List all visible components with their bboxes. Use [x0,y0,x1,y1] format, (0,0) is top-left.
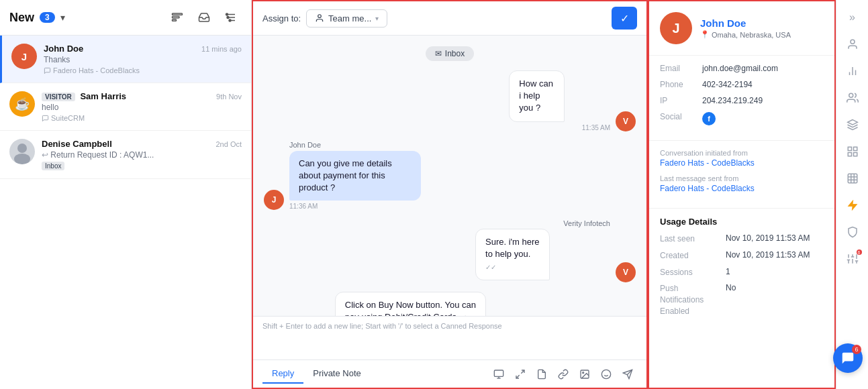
ip-value: 204.234.219.249 [702,96,763,105]
filter-settings-button[interactable] [220,7,242,28]
location-pin-icon: 📍 [700,30,710,39]
svg-point-19 [601,370,610,378]
contact-details: Email john.doe@gmail.com Phone 402-342-2… [649,56,834,141]
last-seen-row: Last seen Nov 10, 2019 11:53 AM [660,233,824,245]
inbox-label: ✉ Inbox [264,46,636,61]
new-chevron-button[interactable]: ▾ [60,12,65,23]
contact-header: J John Doe 📍 Omaha, Nebraska, USA [649,1,834,56]
conv-preview: hello [42,103,242,112]
conv-name: Denise Campbell [42,139,112,149]
confirm-button[interactable]: ✓ [612,7,637,30]
svg-rect-31 [853,153,857,156]
avatar [9,139,35,164]
inbox-badge: Inbox [42,162,64,170]
last-seen-label: Last seen [660,233,720,245]
svg-point-9 [17,144,27,153]
grid-rail-button[interactable] [840,166,865,190]
visitor-badge: VISITOR [42,93,75,101]
contact-location: 📍 Omaha, Nebraska, USA [700,30,791,39]
svg-marker-38 [848,201,857,211]
message-text: Can you give me details about payment fo… [299,158,392,192]
inbox-icon-button[interactable] [193,7,215,28]
message-sender: John Doe [289,141,529,149]
emoji-icon-button[interactable] [597,365,616,384]
message-row: Verity Infotech Sure. i'm here to help y… [264,219,636,282]
conversation-sidebar: New 3 ▾ J John Doe 11 mins ago Thanks [0,0,252,389]
avatar: J [11,44,37,69]
message-row: J John Doe Can you give me details about… [264,141,636,211]
last-msg-link[interactable]: Fadero Hats - CodeBlacks [660,184,824,193]
inbox-icon: ✉ [435,49,442,58]
inbox-bubble: ✉ Inbox [426,46,474,61]
sliders-icon [225,11,237,23]
link-icon-button[interactable] [554,365,573,384]
conversation-item[interactable]: Denise Campbell 2nd Oct ↩ Return Request… [0,131,251,179]
contact-panel: J John Doe 📍 Omaha, Nebraska, USA Email … [648,0,836,389]
conv-initiated-link[interactable]: Fadero Hats - CodeBlacks [660,158,824,168]
shield-rail-button[interactable] [840,220,865,244]
conv-preview: Thanks [44,55,242,64]
private-note-tab[interactable]: Private Note [303,364,371,384]
group-icon [847,92,859,104]
last-seen-value: Nov 10, 2019 11:53 AM [726,233,810,245]
message-bubble: Sure. i'm here to help you. ✓✓ [475,229,550,280]
msg-meta: Click on Buy Now button. You can pay usi… [335,292,610,316]
conversation-item[interactable]: J John Doe 11 mins ago Thanks Fadero Hat… [0,36,251,83]
conv-content: VISITOR Sam Harris 9th Nov hello SuiteCR… [42,91,242,122]
conv-initiated-label: Conversation initiated from [660,149,824,157]
svg-line-16 [516,375,520,378]
conv-preview: ↩ Return Request ID : AQW1... [42,150,242,160]
svg-rect-0 [173,13,183,15]
message-time: 11:35 AM [509,124,610,131]
shield-icon [847,226,859,238]
tree-rail-button[interactable] [840,113,865,137]
push-row: Push Notifications Enabled No [660,283,824,317]
assign-label: Assign to: [262,13,301,23]
assign-team-button[interactable]: Team me... ▾ [306,9,387,27]
contact-avatar: J [660,12,692,44]
chart-rail-button[interactable] [840,59,865,83]
filter-rail-button[interactable]: 6 [840,247,865,271]
person-rail-button[interactable] [840,32,865,56]
avatar: V [616,111,636,131]
social-row: Social f [660,112,824,125]
last-msg-label: Last message sent from [660,174,824,182]
image-icon-button[interactable] [575,365,594,384]
svg-point-11 [318,15,322,18]
conv-name: John Doe [44,44,83,54]
screen-icon [493,369,504,380]
push-value: No [726,283,736,317]
conv-time: 11 mins ago [201,45,242,53]
contact-name: John Doe [700,17,791,29]
conv-top: Denise Campbell 2nd Oct [42,139,242,149]
chat-input-area: Shift + Enter to add a new line; Start w… [253,316,646,388]
conv-content: Denise Campbell 2nd Oct ↩ Return Request… [42,139,242,170]
input-hint: Shift + Enter to add a new line; Start w… [253,317,646,333]
msg-meta: John Doe Can you give me details about p… [289,141,529,211]
group-rail-button[interactable] [840,86,865,110]
send-icon-button[interactable] [618,365,637,384]
expand-icon-button[interactable] [511,365,530,384]
facebook-icon[interactable]: f [702,112,716,125]
chat-fab-button[interactable]: 6 [833,343,863,373]
conversation-item[interactable]: ☕ VISITOR Sam Harris 9th Nov hello Suite… [0,83,251,131]
svg-point-24 [851,40,855,44]
reply-tab[interactable]: Reply [262,364,303,384]
ip-row: IP 204.234.219.249 [660,96,824,105]
message-row: Click on Buy Now button. You can pay usi… [264,292,636,316]
svg-rect-12 [494,370,503,376]
layout-icon [847,146,859,158]
bolt-rail-button[interactable] [840,193,865,217]
sort-icon-button[interactable] [166,7,188,28]
conv-time: 2nd Oct [215,140,242,148]
sessions-row: Sessions 1 [660,267,824,278]
screen-icon-button[interactable] [489,365,508,384]
agent-label: Verity Infotech [475,219,610,227]
assign-team-label: Team me... [328,13,371,23]
icon-rail: » 6 [836,0,868,389]
document-icon-button[interactable] [532,365,551,384]
conv-top: John Doe 11 mins ago [44,44,242,54]
expand-rail-button[interactable]: » [840,5,865,30]
layout-rail-button[interactable] [840,140,865,164]
svg-rect-33 [848,174,857,183]
